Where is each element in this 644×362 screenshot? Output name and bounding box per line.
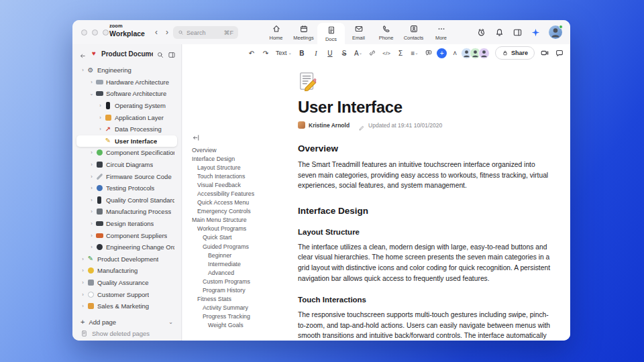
tab-home[interactable]: Home bbox=[262, 20, 290, 44]
doc-heading[interactable]: Touch Interactions bbox=[298, 296, 554, 304]
chevron-right-icon[interactable]: › bbox=[79, 267, 87, 274]
sidebar-page-manufacturing[interactable]: ›Manufacturing bbox=[76, 265, 177, 277]
sidebar-page-sales-marketing[interactable]: ›Sales & Marketing bbox=[76, 300, 177, 312]
sidebar-page-operating-system[interactable]: ›Operating System bbox=[76, 100, 177, 112]
outline-item-activity-summary[interactable]: Activity Summary bbox=[192, 304, 294, 312]
tab-phone[interactable]: Phone bbox=[372, 20, 400, 44]
chevron-right-icon[interactable]: › bbox=[88, 244, 95, 250]
outline-item-advanced[interactable]: Advanced bbox=[192, 268, 294, 277]
strikethrough-button[interactable]: S bbox=[338, 47, 350, 59]
chevron-right-icon[interactable]: › bbox=[79, 303, 87, 309]
document-emoji-memo-icon[interactable] bbox=[298, 71, 318, 91]
doc-paragraph[interactable]: The responsive touchscreen supports mult… bbox=[298, 310, 554, 341]
chevron-right-icon[interactable]: › bbox=[88, 185, 95, 191]
code-button[interactable]: </> bbox=[380, 47, 392, 59]
sidebar-page-manufacturing-process[interactable]: ›Manufacturing Process bbox=[76, 206, 177, 218]
sidebar-search-icon[interactable] bbox=[156, 50, 164, 58]
chevron-down-icon[interactable]: ⌄ bbox=[88, 90, 95, 97]
undo-button[interactable]: ↶ bbox=[246, 47, 258, 59]
underline-button[interactable]: U bbox=[324, 47, 336, 59]
globe-icon[interactable] bbox=[570, 48, 570, 58]
doc-paragraph[interactable]: The Smart Treadmill features an intuitiv… bbox=[298, 160, 554, 191]
doc-heading[interactable]: Interface Design bbox=[298, 206, 554, 216]
sidebar-page-design-iterations[interactable]: ›Design Iterations bbox=[76, 218, 177, 230]
user-avatar[interactable] bbox=[549, 25, 562, 39]
chevron-right-icon[interactable]: › bbox=[79, 67, 87, 73]
sidebar-page-data-processing[interactable]: ›↗Data Processing bbox=[76, 123, 177, 135]
outline-item-guided-programs[interactable]: Guided Programs bbox=[192, 242, 294, 251]
sidebar-page-software-architecture[interactable]: ⌄Software Architecture bbox=[76, 88, 177, 100]
outline-item-program-history[interactable]: Program History bbox=[192, 286, 294, 295]
outline-item-intermediate[interactable]: Intermediate bbox=[192, 259, 294, 268]
panel-icon[interactable] bbox=[513, 27, 523, 38]
tab-contacts[interactable]: Contacts bbox=[400, 20, 427, 44]
redo-button[interactable]: ↷ bbox=[260, 47, 272, 59]
list-dropdown[interactable]: ≡⌄ bbox=[409, 47, 421, 59]
text-style-dropdown[interactable]: Text⌄ bbox=[274, 47, 294, 59]
minimize-window-button[interactable] bbox=[92, 29, 98, 36]
back-icon[interactable] bbox=[79, 50, 87, 58]
outline-item-beginner[interactable]: Beginner bbox=[192, 251, 294, 259]
outline-item-fitness-stats[interactable]: Fitness Stats bbox=[192, 295, 294, 304]
chat-icon[interactable] bbox=[555, 48, 564, 58]
outline-item-custom-programs[interactable]: Custom Programs bbox=[192, 277, 294, 286]
chevron-right-icon[interactable]: › bbox=[97, 126, 104, 132]
tab-meetings[interactable]: Meetings bbox=[290, 20, 317, 44]
outline-item-quick-access-menu[interactable]: Quick Access Menu bbox=[192, 198, 294, 207]
chevron-right-icon[interactable]: › bbox=[97, 103, 104, 109]
chevron-right-icon[interactable]: › bbox=[97, 115, 104, 121]
equation-button[interactable]: Σ bbox=[394, 47, 407, 59]
collapse-toolbar-button[interactable]: ˄ bbox=[449, 47, 461, 59]
maximize-window-button[interactable] bbox=[103, 29, 109, 36]
outline-item-overview[interactable]: Overview bbox=[192, 145, 294, 154]
collapse-outline-icon[interactable] bbox=[192, 133, 201, 141]
close-window-button[interactable] bbox=[81, 29, 87, 36]
chevron-right-icon[interactable]: › bbox=[79, 292, 87, 298]
chevron-right-icon[interactable]: › bbox=[88, 174, 95, 180]
outline-item-accessibility-features[interactable]: Accessibility Features bbox=[192, 189, 294, 198]
sidebar-panel-icon[interactable] bbox=[168, 50, 176, 58]
chevron-right-icon[interactable]: › bbox=[79, 256, 87, 262]
comment-button[interactable] bbox=[423, 47, 435, 59]
chevron-right-icon[interactable]: › bbox=[88, 149, 95, 156]
sparkle-icon[interactable] bbox=[531, 27, 541, 38]
sidebar-page-user-interface[interactable]: ✎User Interface bbox=[76, 135, 177, 147]
sidebar-page-firmware-source-code[interactable]: ›Firmware Source Code bbox=[76, 170, 177, 182]
outline-item-emergency-controls[interactable]: Emergency Controls bbox=[192, 207, 294, 216]
sidebar-page-engineering-change-orders[interactable]: ›Engineering Change Orders bbox=[76, 241, 177, 253]
sidebar-page-circuit-diagrams[interactable]: ›Circuit Diagrams bbox=[76, 159, 177, 171]
outline-item-quick-start[interactable]: Quick Start bbox=[192, 233, 294, 242]
chevron-right-icon[interactable]: › bbox=[88, 208, 95, 215]
sidebar-page-hardware-architecture[interactable]: ›Hardware Architecture bbox=[76, 76, 177, 88]
outline-item-weight-goals[interactable]: Weight Goals bbox=[192, 321, 294, 330]
sidebar-page-component-specifications[interactable]: ›Component Specifications bbox=[76, 147, 177, 159]
outline-item-touch-interactions[interactable]: Touch Interactions bbox=[192, 172, 294, 180]
bell-icon[interactable] bbox=[494, 27, 504, 38]
outline-item-workout-programs[interactable]: Workout Programs bbox=[192, 225, 294, 233]
chevron-right-icon[interactable]: › bbox=[88, 221, 95, 227]
bold-button[interactable]: B bbox=[296, 47, 308, 59]
sidebar-page-quality-assurance[interactable]: ›Quality Assurance bbox=[76, 277, 177, 289]
global-search-input[interactable]: Search ⌘F bbox=[173, 26, 238, 39]
sidebar-page-product-development[interactable]: ›✎Product Development bbox=[76, 253, 177, 265]
doc-heading[interactable]: Layout Structure bbox=[298, 228, 554, 236]
text-color-dropdown[interactable]: A⌄ bbox=[352, 47, 364, 59]
document-title[interactable]: User Interface bbox=[298, 98, 554, 117]
add-page-button[interactable]: + Add page ⌄ bbox=[76, 316, 177, 328]
share-button[interactable]: Share bbox=[495, 46, 535, 60]
sidebar-page-customer-support[interactable]: ›Customer Support bbox=[76, 288, 177, 300]
document-body[interactable]: User Interface Kristine Arnold Updated a… bbox=[298, 71, 554, 341]
outline-item-interface-design[interactable]: Interface Design bbox=[192, 154, 294, 163]
outline-item-progress-tracking[interactable]: Progress Tracking bbox=[192, 312, 294, 321]
tab-docs[interactable]: Docs bbox=[317, 23, 345, 44]
nav-forward-button[interactable]: › bbox=[161, 26, 173, 38]
outline-item-main-menu-structure[interactable]: Main Menu Structure bbox=[192, 216, 294, 225]
italic-button[interactable]: I bbox=[310, 47, 322, 59]
chevron-right-icon[interactable]: › bbox=[88, 197, 95, 203]
doc-paragraph[interactable]: The interface utilizes a clean, modern d… bbox=[298, 242, 554, 284]
chevron-right-icon[interactable]: › bbox=[88, 162, 95, 168]
sidebar-page-testing-protocols[interactable]: ›Testing Protocols bbox=[76, 182, 177, 194]
tab-more[interactable]: More bbox=[427, 20, 455, 44]
ai-companion-button[interactable]: + bbox=[437, 48, 447, 58]
collaborator-avatar-3[interactable] bbox=[478, 48, 490, 59]
